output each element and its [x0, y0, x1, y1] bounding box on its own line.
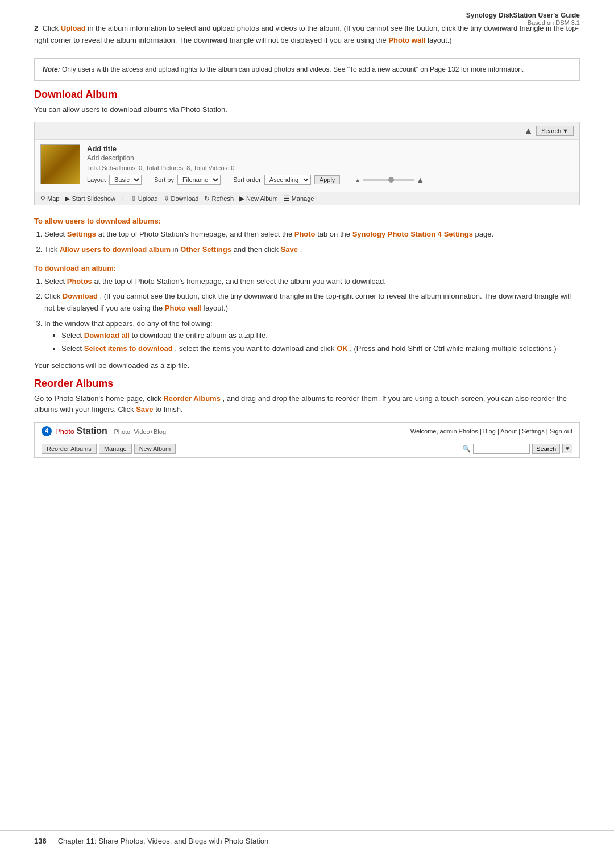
- ps-search-button[interactable]: Search: [532, 444, 560, 454]
- album-info: Add title Add description Total Sub-albu…: [87, 144, 574, 187]
- download-album-heading: Download Album: [34, 89, 580, 101]
- reorder-desc-end: to finish.: [155, 405, 182, 414]
- intro-text: Click: [43, 24, 61, 32]
- intro-end: layout.): [428, 36, 452, 44]
- toolbar-new-album-label: New Album: [246, 195, 278, 202]
- toolbar-upload[interactable]: ⇧ Upload: [131, 195, 158, 202]
- slider-small-icon: ▲: [355, 177, 360, 183]
- photostation-mockup: 4 Photo Station Photo+Video+Blog Welcome…: [34, 422, 580, 458]
- allow-steps-list: Select Settings at the top of Photo Stat…: [44, 229, 580, 256]
- intro-section: 2 Click Upload in the album information …: [34, 23, 580, 47]
- save-link: Save: [281, 245, 298, 254]
- header-subtitle: Based on DSM 3.1: [466, 19, 580, 26]
- search-label: Search: [541, 127, 561, 134]
- manage-icon: ☰: [284, 195, 290, 202]
- upload-link: Upload: [61, 24, 86, 32]
- allow-step-1: Select Settings at the top of Photo Stat…: [44, 229, 580, 241]
- download-step-1: Select Photos at the top of Photo Statio…: [44, 276, 580, 288]
- album-top-bar: ▲ Search ▼: [35, 122, 579, 140]
- download-icon: ⇩: [164, 195, 169, 202]
- photo-wall-link2: Photo wall: [165, 304, 202, 312]
- note-box: Note: Only users with the access and upl…: [34, 58, 580, 81]
- intro-step-num: 2: [34, 24, 38, 32]
- synology-settings-link: Synology Photo Station 4 Settings: [352, 230, 473, 238]
- toolbar-new-album[interactable]: ▶ New Album: [239, 195, 278, 202]
- ps-search-area: 🔍 Search ▼: [462, 444, 572, 454]
- map-icon: ⚲: [40, 195, 45, 202]
- note-label: Note:: [43, 65, 60, 73]
- header: Synology DiskStation User's Guide Based …: [466, 11, 580, 26]
- settings-link: Settings: [67, 230, 96, 238]
- toolbar-sep1: |: [122, 195, 124, 202]
- new-album-icon: ▶: [239, 195, 244, 202]
- ps-toolbar: Reorder Albums Manage New Album 🔍 Search…: [35, 440, 579, 457]
- sort-order-select[interactable]: Ascending: [264, 175, 311, 185]
- ps-logo-text: Photo Station Photo+Video+Blog: [55, 426, 166, 436]
- slider-large-icon: ▲: [416, 175, 424, 184]
- ps-search-dropdown[interactable]: ▼: [562, 444, 572, 453]
- select-items-link: Select items to download: [84, 344, 173, 353]
- download-album-subheading: To download an album:: [34, 264, 580, 272]
- toolbar-manage[interactable]: ☰ Manage: [284, 195, 314, 202]
- allow-step-2: Tick Allow users to download album in Ot…: [44, 244, 580, 256]
- allow-download-link: Allow users to download album: [60, 245, 171, 254]
- toolbar-manage-label: Manage: [292, 195, 314, 202]
- ps-new-album-btn[interactable]: New Album: [134, 444, 176, 454]
- album-add-title: Add title: [87, 144, 574, 153]
- search-dropdown-icon: ▼: [562, 127, 569, 134]
- toolbar-map-label: Map: [47, 195, 59, 202]
- slider-thumb[interactable]: [388, 177, 394, 183]
- toolbar-refresh-label: Refresh: [211, 195, 234, 202]
- refresh-icon: ↻: [204, 195, 210, 202]
- bullet-download-all: Select Download all to download the enti…: [61, 330, 580, 341]
- ps-reorder-btn[interactable]: Reorder Albums: [42, 444, 97, 454]
- header-title: Synology DiskStation User's Guide: [466, 11, 580, 19]
- download-steps-list: Select Photos at the top of Photo Statio…: [44, 276, 580, 354]
- other-settings-link: Other Settings: [180, 245, 231, 254]
- album-add-desc: Add description: [87, 154, 574, 162]
- ok-link: OK: [337, 344, 348, 353]
- sort-order-label: Sort order: [233, 176, 261, 183]
- download-bullets: Select Download all to download the enti…: [61, 330, 580, 354]
- download-step-2: Click Download . (If you cannot see the …: [44, 291, 580, 315]
- ps-header: 4 Photo Station Photo+Video+Blog Welcome…: [35, 423, 579, 440]
- reorder-desc-pre: Go to Photo Station's home page, click: [34, 394, 163, 403]
- download-step-3: In the window that appears, do any of th…: [44, 318, 580, 354]
- download-album-desc: You can allow users to download albums v…: [34, 104, 580, 115]
- bullet-select-items: Select Select items to download , select…: [61, 343, 580, 354]
- toolbar-refresh[interactable]: ↻ Refresh: [204, 195, 234, 202]
- zip-note: Your selections will be downloaded as a …: [34, 360, 580, 372]
- layout-select[interactable]: Basic: [109, 175, 142, 185]
- toolbar-download[interactable]: ⇩ Download: [164, 195, 199, 202]
- ps-search-icon: 🔍: [462, 445, 471, 453]
- reorder-albums-heading: Reorder Albums: [34, 378, 580, 390]
- apply-button[interactable]: Apply: [314, 175, 341, 184]
- sort-by-select[interactable]: Filename: [177, 175, 221, 185]
- album-mockup: ▲ Search ▼ Add title Add description Tot…: [34, 122, 580, 205]
- ps-nav: Welcome, admin Photos | Blog | About | S…: [410, 428, 572, 435]
- photo-wall-link: Photo wall: [388, 36, 425, 44]
- toolbar-download-label: Download: [171, 195, 199, 202]
- album-stats: Total Sub-albums: 0, Total Pictures: 8, …: [87, 164, 574, 171]
- search-button[interactable]: Search ▼: [536, 126, 574, 136]
- toolbar-map[interactable]: ⚲ Map: [40, 195, 59, 202]
- download-all-link: Download all: [84, 331, 130, 340]
- photos-link: Photos: [67, 277, 92, 286]
- reorder-link: Reorder Albums: [163, 394, 221, 403]
- reorder-albums-desc: Go to Photo Station's home page, click R…: [34, 393, 580, 415]
- footer-page-num: 136: [34, 837, 47, 845]
- layout-label: Layout: [87, 176, 106, 183]
- note-text: Only users with the access and upload ri…: [62, 65, 524, 73]
- ps-search-input[interactable]: [473, 444, 530, 454]
- ps-logo-photo: Photo: [55, 427, 74, 436]
- photo-tab-link: Photo: [294, 230, 316, 238]
- ps-manage-btn[interactable]: Manage: [99, 444, 132, 454]
- sort-by-label: Sort by: [154, 176, 174, 183]
- album-toolbar: ⚲ Map ▶ Start Slideshow | ⇧ Upload ⇩ Dow…: [35, 192, 579, 205]
- toolbar-upload-label: Upload: [138, 195, 158, 202]
- ps-logo: 4 Photo Station Photo+Video+Blog: [42, 426, 166, 436]
- album-content-row: Add title Add description Total Sub-albu…: [35, 140, 579, 192]
- album-controls: Layout Basic Sort by Filename Sort order: [87, 175, 574, 185]
- toolbar-slideshow[interactable]: ▶ Start Slideshow: [65, 195, 115, 202]
- intro-rest: in the album information to select and u…: [34, 24, 579, 44]
